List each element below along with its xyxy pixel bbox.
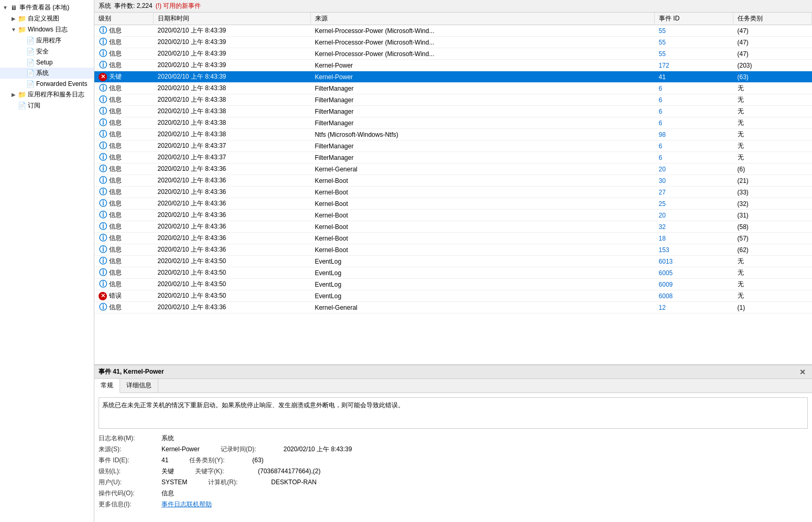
log-icon-forwarded: 📄 [26, 80, 35, 88]
sidebar-item-forwarded-log[interactable]: 📄 Forwarded Events [0, 79, 94, 89]
task-label: 任务类别(Y): [189, 456, 252, 465]
table-row[interactable]: ⓘ信息2020/02/10 上午 8:43:36Kernel-Boot27(33… [94, 187, 812, 198]
cell-level: ⓘ信息 [94, 198, 153, 210]
event-id-link[interactable]: 6 [659, 108, 663, 115]
table-row[interactable]: ✕关键2020/02/10 上午 8:43:39Kernel-Power41(6… [94, 71, 812, 83]
cell-source: Kernel-Boot [310, 198, 654, 210]
table-row[interactable]: ⓘ信息2020/02/10 上午 8:43:50EventLog6013无 [94, 256, 812, 267]
table-row[interactable]: ⓘ信息2020/02/10 上午 8:43:36Kernel-Boot25(32… [94, 198, 812, 210]
cell-level: ⓘ信息 [94, 129, 153, 140]
level-label: 级别(L): [99, 467, 161, 476]
cell-event-id: 30 [655, 175, 733, 187]
event-id-link[interactable]: 25 [659, 200, 666, 208]
cell-task: 无 [733, 290, 812, 302]
table-row[interactable]: ⓘ信息2020/02/10 上午 8:43:37FilterManager6无 [94, 152, 812, 164]
cell-source: FilterManager [310, 152, 654, 164]
event-id-link[interactable]: 6013 [659, 258, 673, 265]
log-name-value: 系统 [161, 434, 174, 443]
sidebar-item-security-log[interactable]: 📄 安全 [0, 46, 94, 57]
table-row[interactable]: ⓘ信息2020/02/10 上午 8:43:38FilterManager6无 [94, 117, 812, 129]
table-row[interactable]: ⓘ信息2020/02/10 上午 8:43:38FilterManager6无 [94, 94, 812, 106]
event-id-link[interactable]: 32 [659, 223, 666, 231]
table-row[interactable]: ⓘ信息2020/02/10 上午 8:43:36Kernel-General12… [94, 302, 812, 313]
table-row[interactable]: ⓘ信息2020/02/10 上午 8:43:50EventLog6005无 [94, 267, 812, 279]
opcode-value: 信息 [161, 489, 174, 498]
detail-close-button[interactable]: ✕ [797, 368, 808, 376]
sidebar-item-system-log[interactable]: 📄 系统 [0, 68, 94, 79]
sidebar-item-app-log[interactable]: 📄 应用程序 [0, 35, 94, 46]
cell-task: (47) [733, 48, 812, 60]
table-row[interactable]: ⓘ信息2020/02/10 上午 8:43:37FilterManager6无 [94, 140, 812, 152]
table-row[interactable]: ⓘ信息2020/02/10 上午 8:43:50EventLog6009无 [94, 279, 812, 290]
event-id-link[interactable]: 6005 [659, 269, 673, 277]
col-header-event-id[interactable]: 事件 ID [655, 13, 733, 25]
user-value: SYSTEM [161, 478, 187, 486]
event-id-link[interactable]: 6008 [659, 292, 673, 300]
cell-datetime: 2020/02/10 上午 8:43:36 [153, 175, 310, 187]
event-id-link[interactable]: 55 [659, 39, 666, 46]
table-row[interactable]: ⓘ信息2020/02/10 上午 8:43:36Kernel-Boot18(57… [94, 233, 812, 244]
event-id-link[interactable]: 30 [659, 177, 666, 184]
level-icon: ✕ [99, 73, 107, 81]
cell-datetime: 2020/02/10 上午 8:43:37 [153, 152, 310, 164]
table-row[interactable]: ⓘ信息2020/02/10 上午 8:43:38Ntfs (Microsoft-… [94, 129, 812, 140]
level-icon: ⓘ [99, 280, 107, 289]
col-header-datetime[interactable]: 日期和时间 [153, 13, 310, 25]
level-label: 错误 [109, 291, 122, 300]
event-id-link[interactable]: 153 [659, 246, 669, 254]
table-row[interactable]: ⓘ信息2020/02/10 上午 8:43:38FilterManager6无 [94, 106, 812, 117]
table-row[interactable]: ⓘ信息2020/02/10 上午 8:43:36Kernel-Boot32(58… [94, 221, 812, 233]
col-header-source[interactable]: 来源 [310, 13, 654, 25]
table-row[interactable]: ⓘ信息2020/02/10 上午 8:43:39Kernel-Power172(… [94, 60, 812, 71]
event-id-link[interactable]: 18 [659, 235, 666, 242]
sidebar-item-event-viewer[interactable]: ▼ 🖥 事件查看器 (本地) [0, 2, 94, 13]
table-row[interactable]: ✕错误2020/02/10 上午 8:43:50EventLog6008无 [94, 290, 812, 302]
tab-general[interactable]: 常规 [94, 379, 120, 393]
table-row[interactable]: ⓘ信息2020/02/10 上午 8:43:36Kernel-General20… [94, 164, 812, 175]
tab-details[interactable]: 详细信息 [120, 379, 158, 393]
events-table-container[interactable]: 级别 日期和时间 来源 事件 ID 任务类别 ⓘ信息2020/02/10 上午 … [94, 13, 812, 365]
event-id-link[interactable]: 6 [659, 85, 663, 92]
cell-level: ⓘ信息 [94, 187, 153, 198]
sidebar-item-app-services-log[interactable]: ▶ 📁 应用程序和服务日志 [0, 89, 94, 100]
col-header-task[interactable]: 任务类别 [733, 13, 812, 25]
col-header-level[interactable]: 级别 [94, 13, 153, 25]
cell-level: ⓘ信息 [94, 210, 153, 221]
event-id-link[interactable]: 6 [659, 143, 663, 150]
cell-task: 无 [733, 94, 812, 106]
table-row[interactable]: ⓘ信息2020/02/10 上午 8:43:36Kernel-Boot20(31… [94, 210, 812, 221]
event-id-link[interactable]: 55 [659, 27, 666, 35]
cell-source: Kernel-Boot [310, 244, 654, 256]
event-id-link[interactable]: 20 [659, 166, 666, 173]
more-info-link[interactable]: 事件日志联机帮助 [161, 500, 212, 509]
level-label: 信息 [109, 118, 122, 127]
level-label: 信息 [109, 38, 122, 47]
cell-source: FilterManager [310, 94, 654, 106]
event-id-link[interactable]: 6 [659, 96, 663, 104]
event-id-link[interactable]: 6 [659, 119, 663, 127]
cell-datetime: 2020/02/10 上午 8:43:36 [153, 233, 310, 244]
table-row[interactable]: ⓘ信息2020/02/10 上午 8:43:38FilterManager6无 [94, 83, 812, 94]
event-id-link[interactable]: 27 [659, 189, 666, 196]
sidebar-item-subscriptions[interactable]: 📄 订阅 [0, 100, 94, 111]
cell-datetime: 2020/02/10 上午 8:43:36 [153, 244, 310, 256]
event-id-link[interactable]: 55 [659, 50, 666, 58]
cell-event-id: 55 [655, 25, 733, 37]
event-id-link[interactable]: 12 [659, 304, 666, 311]
event-id-link[interactable]: 41 [659, 73, 666, 81]
table-row[interactable]: ⓘ信息2020/02/10 上午 8:43:39Kernel-Processor… [94, 25, 812, 37]
sidebar-item-windows-log[interactable]: ▼ 📁 Windows 日志 [0, 24, 94, 35]
event-id-link[interactable]: 172 [659, 62, 669, 69]
table-row[interactable]: ⓘ信息2020/02/10 上午 8:43:39Kernel-Processor… [94, 37, 812, 48]
cell-level: ⓘ信息 [94, 279, 153, 290]
table-row[interactable]: ⓘ信息2020/02/10 上午 8:43:36Kernel-Boot30(21… [94, 175, 812, 187]
sidebar-item-setup-log[interactable]: 📄 Setup [0, 57, 94, 68]
event-id-link[interactable]: 20 [659, 212, 666, 219]
event-id-link[interactable]: 6009 [659, 281, 673, 288]
sidebar-item-custom-views[interactable]: ▶ 📁 自定义视图 [0, 13, 94, 24]
event-id-link[interactable]: 98 [659, 131, 666, 138]
event-id-link[interactable]: 6 [659, 154, 663, 161]
cell-task: 无 [733, 129, 812, 140]
table-row[interactable]: ⓘ信息2020/02/10 上午 8:43:36Kernel-Boot153(6… [94, 244, 812, 256]
table-row[interactable]: ⓘ信息2020/02/10 上午 8:43:39Kernel-Processor… [94, 48, 812, 60]
